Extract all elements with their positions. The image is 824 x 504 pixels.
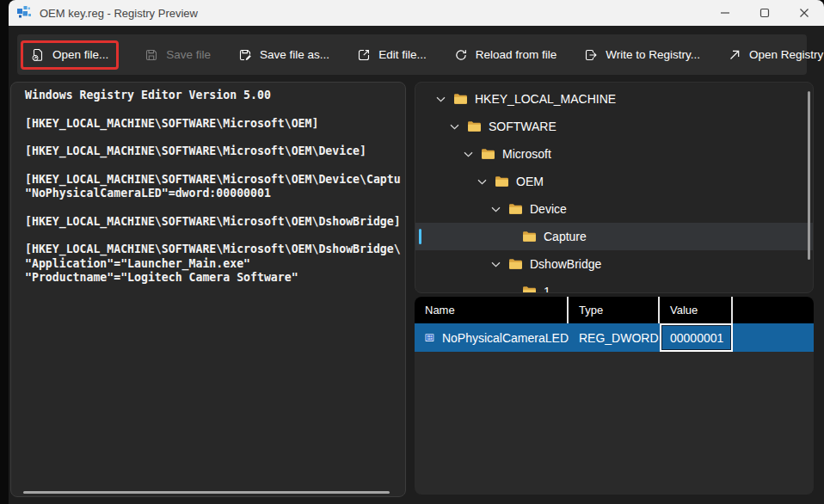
tree-item-label: SOFTWARE <box>489 120 557 133</box>
reload-from-file-label: Reload from file <box>476 48 557 61</box>
minimize-icon <box>720 8 730 18</box>
name-cell[interactable]: 011 110 NoPhysicalCameraLED <box>415 323 569 352</box>
open-file-icon <box>31 48 45 62</box>
open-registry-editor-button[interactable]: Open Registry Editor... <box>717 40 824 70</box>
toolbar: Open file... Save file Save file as... <box>17 34 807 75</box>
editor-line <box>25 131 405 144</box>
save-file-as-label: Save file as... <box>260 48 329 61</box>
tree-item-device[interactable]: Device <box>415 195 813 223</box>
save-file-label: Save file <box>166 48 211 61</box>
editor-horizontal-scrollbar[interactable] <box>23 491 390 494</box>
write-registry-icon <box>584 48 598 62</box>
value-name: NoPhysicalCameraLED <box>442 331 569 345</box>
chevron-down-icon[interactable] <box>489 261 501 267</box>
editor-line: "Application"="Launcher_Main.exe" <box>25 257 405 271</box>
editor-line: [HKEY_LOCAL_MACHINE\SOFTWARE\Microsoft\O… <box>25 243 405 256</box>
folder-icon <box>508 258 523 270</box>
chevron-down-icon[interactable] <box>489 206 501 212</box>
value-data: 00000001 <box>670 331 723 345</box>
tree-item-label: Microsoft <box>502 147 551 161</box>
tree-item-capture[interactable]: Capture <box>415 223 813 250</box>
editor-line: [HKEY_LOCAL_MACHINE\SOFTWARE\Microsoft\O… <box>25 173 405 187</box>
tree-item-dshowbridge[interactable]: DshowBridge <box>415 250 813 278</box>
close-icon <box>799 8 809 18</box>
chevron-down-icon[interactable] <box>462 151 474 157</box>
maximize-icon <box>759 8 770 18</box>
folder-icon <box>522 230 537 243</box>
minimize-button[interactable] <box>705 0 745 26</box>
tree-item-label: Device <box>530 202 567 216</box>
editor-line: [HKEY_LOCAL_MACHINE\SOFTWARE\Microsoft\O… <box>25 144 405 158</box>
tree-item-oem[interactable]: OEM <box>415 168 813 195</box>
edit-file-icon <box>357 48 371 62</box>
tree-item-label: OEM <box>516 175 544 188</box>
value-cell-focused[interactable]: 00000001 <box>660 323 733 352</box>
editor-line: "NoPhysicalCameraLED"=dword:00000001 <box>25 187 405 200</box>
editor-line: Windows Registry Editor Version 5.00 <box>25 89 405 102</box>
folder-icon <box>495 175 509 187</box>
maximize-button[interactable] <box>745 0 784 26</box>
registry-preview-window: OEM key.reg - Registry Preview <box>9 0 824 504</box>
column-header-filler <box>733 297 814 323</box>
column-header-name[interactable]: Name <box>415 297 569 323</box>
tree-item-label: HKEY_LOCAL_MACHINE <box>475 92 616 106</box>
tree-vertical-scrollbar[interactable] <box>808 91 810 260</box>
editor-line: "Productname"="Logitech Camera Software" <box>25 271 405 285</box>
grid-header: Name Type Value <box>415 297 814 323</box>
column-header-type[interactable]: Type <box>569 297 660 323</box>
column-header-value[interactable]: Value <box>660 297 733 323</box>
window-controls <box>705 0 824 26</box>
editor-line: [HKEY_LOCAL_MACHINE\SOFTWARE\Microsoft\O… <box>25 215 405 229</box>
editor-line <box>25 200 405 214</box>
tree-item-microsoft[interactable]: Microsoft <box>415 140 813 168</box>
save-file-icon <box>145 48 158 62</box>
open-file-label: Open file... <box>52 48 108 61</box>
editor-line <box>25 158 405 172</box>
folder-icon <box>453 93 468 105</box>
editor-line <box>25 229 405 243</box>
save-file-button[interactable]: Save file <box>134 40 221 70</box>
registry-preview-app-icon <box>17 6 31 20</box>
reg-file-editor[interactable]: Windows Registry Editor Version 5.00 [HK… <box>10 82 406 497</box>
open-file-button[interactable]: Open file... <box>21 40 119 70</box>
reload-icon <box>454 48 468 62</box>
reload-from-file-button[interactable]: Reload from file <box>444 40 568 70</box>
titlebar: OEM key.reg - Registry Preview <box>9 0 824 26</box>
tree-item-software[interactable]: SOFTWARE <box>415 113 813 140</box>
editor-line <box>25 102 405 116</box>
edit-file-button[interactable]: Edit file... <box>347 40 437 70</box>
type-cell[interactable]: REG_DWORD <box>569 323 660 352</box>
selection-indicator <box>419 229 421 244</box>
write-to-registry-button[interactable]: Write to Registry... <box>574 40 710 70</box>
folder-icon <box>522 286 537 293</box>
dword-value-icon: 011 110 <box>425 330 434 345</box>
chevron-down-icon[interactable] <box>434 96 446 102</box>
window-title: OEM key.reg - Registry Preview <box>40 7 198 20</box>
chevron-down-icon[interactable] <box>476 179 488 185</box>
window-body: Open file... Save file Save file as... <box>9 26 824 504</box>
open-registry-editor-icon <box>728 48 741 62</box>
row-filler <box>733 323 814 352</box>
tree-item-hkey-local-machine[interactable]: HKEY_LOCAL_MACHINE <box>415 85 813 113</box>
tree-item-label: Capture <box>544 230 587 243</box>
folder-icon <box>481 148 495 160</box>
tree-item-1[interactable]: 1 <box>415 278 813 293</box>
edit-file-label: Edit file... <box>378 48 427 61</box>
values-grid: Name Type Value 011 110 NoPhysicalCamera… <box>415 297 814 495</box>
save-file-as-button[interactable]: Save file as... <box>228 40 340 70</box>
folder-icon <box>508 203 523 215</box>
registry-tree: HKEY_LOCAL_MACHINE SOFTWARE <box>415 82 814 293</box>
tree-item-label: 1 <box>544 285 550 293</box>
value-type: REG_DWORD <box>579 331 659 345</box>
save-file-as-icon <box>238 48 252 62</box>
svg-text:110: 110 <box>427 337 433 341</box>
open-registry-editor-label: Open Registry Editor... <box>749 48 824 61</box>
chevron-down-icon[interactable] <box>448 124 460 130</box>
grid-row-nophysicalcameraled[interactable]: 011 110 NoPhysicalCameraLED REG_DWORD 00… <box>415 323 814 352</box>
write-to-registry-label: Write to Registry... <box>606 48 700 61</box>
close-button[interactable] <box>784 0 824 26</box>
tree-item-label: DshowBridge <box>530 257 601 271</box>
editor-line: [HKEY_LOCAL_MACHINE\SOFTWARE\Microsoft\O… <box>25 117 405 131</box>
folder-icon <box>467 120 482 132</box>
